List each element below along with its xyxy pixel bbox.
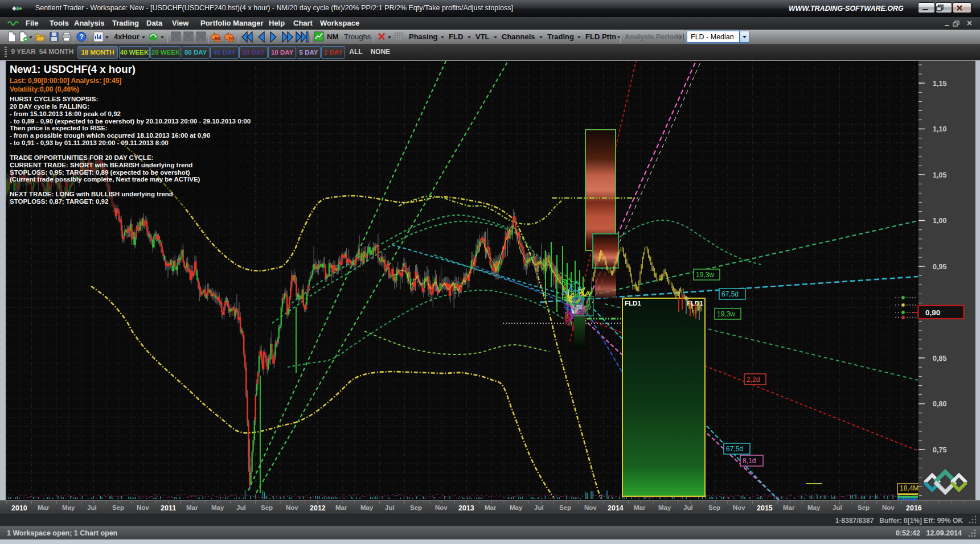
svg-text:STOPLOSS: 0,95; TARGET: 0,89 (: STOPLOSS: 0,95; TARGET: 0,89 (expected t… bbox=[10, 169, 190, 176]
svg-text:0,95: 0,95 bbox=[933, 263, 946, 271]
svg-text:- from 15.10.2013 16:00 peak o: - from 15.10.2013 16:00 peak of 0,92 bbox=[10, 110, 121, 117]
svg-text:Last: 0,90[0:00:00] Analysis:: Last: 0,90[0:00:00] Analysis: [0:45] bbox=[10, 77, 121, 85]
svg-text:0,80: 0,80 bbox=[933, 400, 946, 408]
svg-text:19,3w: 19,3w bbox=[717, 310, 735, 318]
svg-text:2,2d: 2,2d bbox=[747, 376, 760, 384]
svg-text:?: ? bbox=[80, 33, 84, 41]
svg-text:- to 0,91 - 0,93 by 01.11.2013: - to 0,91 - 0,93 by 01.11.2013 20:00 - 0… bbox=[10, 139, 169, 146]
svg-text:HURST CYCLES SYNOPSIS:: HURST CYCLES SYNOPSIS: bbox=[10, 96, 98, 102]
svg-text:Volatility:0,00 (0,46%): Volatility:0,00 (0,46%) bbox=[10, 85, 79, 93]
svg-text:0,75: 0,75 bbox=[933, 446, 946, 454]
svg-text:Then price is expected to RISE: Then price is expected to RISE: bbox=[10, 125, 108, 131]
svg-text:1,10: 1,10 bbox=[933, 125, 946, 133]
svg-text:10: 10 bbox=[228, 36, 234, 42]
svg-text:0,85: 0,85 bbox=[933, 355, 946, 362]
svg-text:20 DAY cycle is FALLING:: 20 DAY cycle is FALLING: bbox=[10, 103, 89, 110]
svg-text:TRADE OPPORTUNITIES FOR 20 DAY: TRADE OPPORTUNITIES FOR 20 DAY CYCLE: bbox=[10, 154, 153, 161]
svg-text:CURRENT TRADE: SHORT with BEAR: CURRENT TRADE: SHORT with BEARISH underl… bbox=[10, 162, 192, 168]
svg-text:0,90: 0,90 bbox=[925, 308, 940, 317]
svg-text:19,3w: 19,3w bbox=[696, 271, 714, 279]
svg-text:(Current trade possibly comple: (Current trade possibly complete, Next t… bbox=[10, 176, 200, 183]
svg-text:NEXT TRADE: LONG with BULLISH: NEXT TRADE: LONG with BULLISH underlying… bbox=[10, 191, 173, 197]
svg-text:18,4M: 18,4M bbox=[900, 484, 919, 492]
svg-text:STOPLOSS: 0,87; TARGET: 0,92: STOPLOSS: 0,87; TARGET: 0,92 bbox=[10, 198, 108, 205]
svg-text:67,5d: 67,5d bbox=[721, 290, 739, 298]
svg-text:1,05: 1,05 bbox=[933, 171, 946, 179]
svg-text:FLD1: FLD1 bbox=[625, 300, 641, 307]
svg-text:New1: USDCHF(4 x hour): New1: USDCHF(4 x hour) bbox=[10, 63, 136, 75]
svg-text:1,00: 1,00 bbox=[933, 217, 946, 225]
svg-text:1,15: 1,15 bbox=[933, 80, 946, 88]
svg-text:50: 50 bbox=[215, 36, 220, 42]
svg-text:67,5d: 67,5d bbox=[726, 445, 743, 453]
svg-text:- to 0,89 - 0,90 (expected to: - to 0,89 - 0,90 (expected to be oversho… bbox=[10, 118, 251, 125]
svg-text:8,1d: 8,1d bbox=[743, 457, 756, 465]
svg-text:- from a possible trough which: - from a possible trough which occurred … bbox=[10, 132, 210, 139]
